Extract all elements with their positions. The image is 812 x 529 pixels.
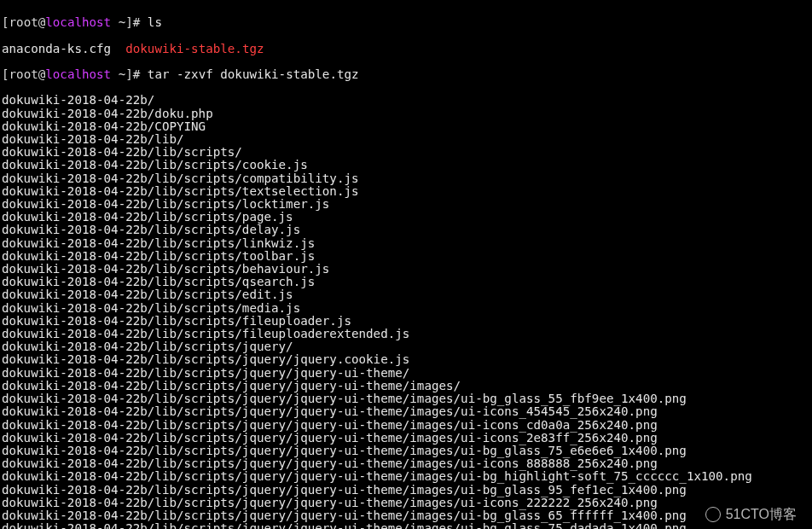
terminal-area[interactable]: [root@localhost ~]# ls anaconda-ks.cfg d… bbox=[0, 0, 812, 529]
tar-output-line: dokuwiki-2018-04-22b/lib/scripts/ bbox=[2, 146, 810, 159]
tar-output-line: dokuwiki-2018-04-22b/ bbox=[2, 94, 810, 107]
tar-output-line: dokuwiki-2018-04-22b/lib/scripts/locktim… bbox=[2, 198, 810, 211]
ls-output-line: anaconda-ks.cfg dokuwiki-stable.tgz bbox=[2, 43, 810, 55]
prompt-cmd: ls bbox=[148, 15, 162, 29]
prompt-user: root bbox=[9, 15, 38, 29]
tar-output-line: dokuwiki-2018-04-22b/lib/scripts/edit.js bbox=[2, 288, 810, 301]
tar-output-line: dokuwiki-2018-04-22b/lib/scripts/cookie.… bbox=[2, 159, 810, 171]
tar-output-line: dokuwiki-2018-04-22b/lib/scripts/linkwiz… bbox=[2, 237, 810, 250]
ls-file-2: dokuwiki-stable.tgz bbox=[125, 42, 264, 55]
tar-output-line: dokuwiki-2018-04-22b/lib/scripts/jquery/ bbox=[2, 340, 810, 353]
prompt-host: localhost bbox=[45, 67, 111, 81]
tar-output-block: dokuwiki-2018-04-22b/dokuwiki-2018-04-22… bbox=[2, 94, 810, 529]
tar-output-line: dokuwiki-2018-04-22b/doku.php bbox=[2, 108, 810, 120]
tar-output-line: dokuwiki-2018-04-22b/lib/scripts/textsel… bbox=[2, 185, 810, 198]
tar-output-line: dokuwiki-2018-04-22b/COPYING bbox=[2, 120, 810, 133]
tar-output-line: dokuwiki-2018-04-22b/lib/scripts/fileupl… bbox=[2, 315, 810, 328]
watermark-text: 51CTO博客 bbox=[726, 508, 797, 520]
prompt-user: root bbox=[9, 67, 38, 81]
tar-output-line: dokuwiki-2018-04-22b/lib/scripts/behavio… bbox=[2, 263, 810, 276]
tar-output-line: dokuwiki-2018-04-22b/lib/scripts/page.js bbox=[2, 211, 810, 224]
prompt-path: ~]# bbox=[111, 67, 148, 81]
tar-output-line: dokuwiki-2018-04-22b/lib/scripts/jquery/… bbox=[2, 445, 810, 457]
tar-output-line: dokuwiki-2018-04-22b/lib/scripts/jquery/… bbox=[2, 522, 810, 529]
prompt-line-2: [root@localhost ~]# tar -zxvf dokuwiki-s… bbox=[2, 68, 810, 81]
tar-output-line: dokuwiki-2018-04-22b/lib/scripts/jquery/… bbox=[2, 432, 810, 445]
tar-output-line: dokuwiki-2018-04-22b/lib/scripts/jquery/… bbox=[2, 484, 810, 497]
tar-output-line: dokuwiki-2018-04-22b/lib/scripts/fileupl… bbox=[2, 328, 810, 340]
tar-output-line: dokuwiki-2018-04-22b/lib/scripts/jquery/… bbox=[2, 497, 810, 509]
prompt-at: @ bbox=[38, 67, 46, 81]
watermark-icon bbox=[705, 507, 721, 522]
prompt-cmd: tar -zxvf dokuwiki-stable.tgz bbox=[148, 67, 359, 81]
prompt-at: @ bbox=[38, 15, 46, 29]
tar-output-line: dokuwiki-2018-04-22b/lib/scripts/jquery/… bbox=[2, 509, 810, 522]
watermark: 51CTO博客 bbox=[705, 507, 797, 522]
tar-output-line: dokuwiki-2018-04-22b/lib/scripts/jquery/… bbox=[2, 470, 810, 483]
tar-output-line: dokuwiki-2018-04-22b/lib/scripts/jquery/… bbox=[2, 405, 810, 418]
tar-output-line: dokuwiki-2018-04-22b/lib/scripts/jquery/… bbox=[2, 380, 810, 392]
prompt-path: ~]# bbox=[111, 15, 148, 29]
tar-output-line: dokuwiki-2018-04-22b/lib/scripts/media.j… bbox=[2, 302, 810, 315]
tar-output-line: dokuwiki-2018-04-22b/lib/ bbox=[2, 133, 810, 146]
tar-output-line: dokuwiki-2018-04-22b/lib/scripts/jquery/… bbox=[2, 392, 810, 405]
tar-output-line: dokuwiki-2018-04-22b/lib/scripts/toolbar… bbox=[2, 250, 810, 263]
tar-output-line: dokuwiki-2018-04-22b/lib/scripts/compati… bbox=[2, 172, 810, 185]
tar-output-line: dokuwiki-2018-04-22b/lib/scripts/jquery/… bbox=[2, 419, 810, 432]
prompt-host: localhost bbox=[45, 15, 111, 29]
ls-file-1: anaconda-ks.cfg bbox=[2, 42, 111, 55]
tar-output-line: dokuwiki-2018-04-22b/lib/scripts/jquery/… bbox=[2, 353, 810, 366]
prompt-line-1: [root@localhost ~]# ls bbox=[2, 16, 810, 29]
tar-output-line: dokuwiki-2018-04-22b/lib/scripts/delay.j… bbox=[2, 224, 810, 236]
tar-output-line: dokuwiki-2018-04-22b/lib/scripts/qsearch… bbox=[2, 276, 810, 288]
tar-output-line: dokuwiki-2018-04-22b/lib/scripts/jquery/… bbox=[2, 367, 810, 380]
tar-output-line: dokuwiki-2018-04-22b/lib/scripts/jquery/… bbox=[2, 457, 810, 470]
